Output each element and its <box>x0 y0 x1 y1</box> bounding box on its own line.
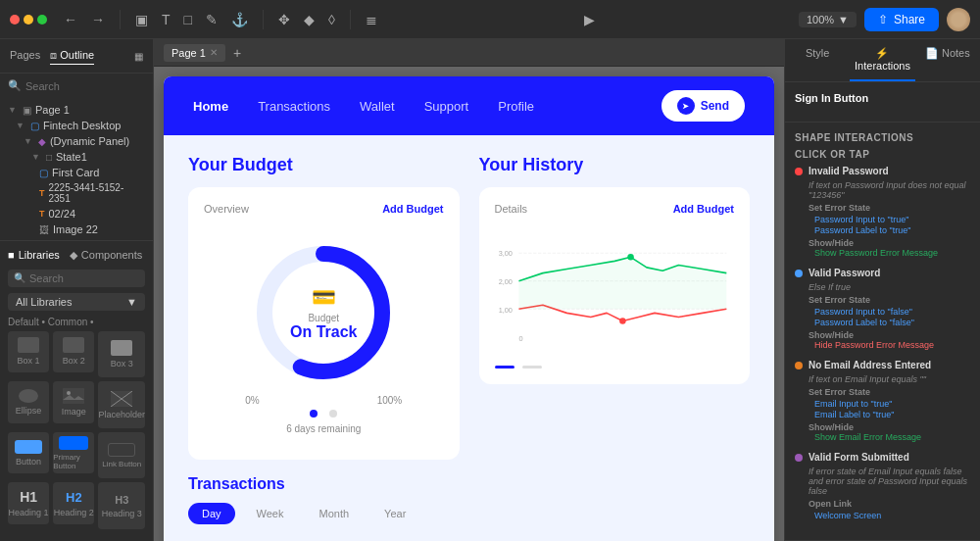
budget-title: Your Budget <box>188 155 460 175</box>
tree-label-image-1: Image 22 <box>53 223 98 235</box>
lib-item-h1[interactable]: H1 Heading 1 <box>8 482 49 523</box>
lib-item-ellipse[interactable]: Ellipse <box>8 381 49 422</box>
tree-item-page1[interactable]: ▼ ▣ Page 1 <box>0 102 153 118</box>
add-budget-button[interactable]: Add Budget <box>382 203 443 215</box>
nav-home[interactable]: Home <box>193 99 228 114</box>
window-controls <box>10 15 47 25</box>
tree-item-state1[interactable]: ▼ □ State1 <box>0 149 153 165</box>
tree-item-date-1[interactable]: T 02/24 <box>0 206 153 221</box>
align-icon[interactable]: ≣ <box>363 9 380 30</box>
play-icon[interactable]: ▶ <box>581 9 598 30</box>
tree-item-dynamic-panel[interactable]: ▼ ◆ (Dynamic Panel) <box>0 133 153 149</box>
trans-tab-month[interactable]: Month <box>305 503 363 524</box>
showhide-label-3: Show/Hide <box>808 422 970 432</box>
nav-support[interactable]: Support <box>424 99 469 114</box>
tree-item-fintech[interactable]: ▼ ▢ Fintech Desktop <box>0 118 153 133</box>
tab-style[interactable]: Style <box>785 39 850 81</box>
zoom-control[interactable]: 100% ▼ <box>799 12 857 27</box>
box2-shape <box>63 337 84 353</box>
svg-rect-0 <box>63 388 84 404</box>
sidebar-tabs: Pages ⧈ Outline <box>10 47 94 65</box>
tab-libraries[interactable]: ■ Libraries <box>8 247 60 264</box>
lib-item-placeholder[interactable]: Placeholder <box>98 381 145 428</box>
nav-wallet[interactable]: Wallet <box>360 99 395 114</box>
frame-tool-icon[interactable]: ▣ <box>132 9 151 30</box>
toolbar-center: ▶ <box>581 9 598 30</box>
lib-search-input[interactable] <box>29 272 154 284</box>
tab-components[interactable]: ◆ Components <box>70 247 142 264</box>
search-input[interactable] <box>25 80 154 92</box>
lib-item-box1[interactable]: Box 1 <box>8 331 49 372</box>
fill-icon[interactable]: ◆ <box>301 9 318 30</box>
state-icon: □ <box>46 152 52 163</box>
tab-interactions[interactable]: ⚡ Interactions <box>850 39 914 81</box>
lib-dropdown-label: All Libraries <box>16 296 72 308</box>
tree-label-dynamic-panel: (Dynamic Panel) <box>50 135 129 147</box>
interaction-dot-3 <box>795 362 803 369</box>
budget-section: Your Budget Overview Add Budget <box>188 155 460 460</box>
canvas-tab-page1[interactable]: Page 1 ✕ <box>164 44 225 62</box>
h3-label: Heading 3 <box>102 509 142 518</box>
lib-item-primary-button[interactable]: Primary Button <box>53 432 94 473</box>
interaction-condition-4: If error state of Email Input equals fal… <box>808 467 970 496</box>
tab-pages[interactable]: Pages <box>10 47 40 65</box>
transactions-title: Transactions <box>188 475 750 493</box>
tab-notes[interactable]: 📄 Notes <box>915 39 980 81</box>
history-add-budget-button[interactable]: Add Budget <box>673 203 734 215</box>
anchor-tool-icon[interactable]: ⚓ <box>228 9 251 30</box>
lib-dropdown[interactable]: All Libraries ▼ <box>8 293 145 311</box>
trans-tab-year[interactable]: Year <box>370 503 419 524</box>
page-icon: ▣ <box>23 105 31 116</box>
tab-outline[interactable]: ⧈ Outline <box>50 47 94 65</box>
image-icon: 🖼 <box>39 224 49 235</box>
tree-item-card-number-1[interactable]: T 2225-3441-5152-2351 <box>0 180 153 206</box>
primary-button-shape <box>59 436 88 450</box>
lib-item-link-button[interactable]: Link Button <box>98 432 145 479</box>
interaction-dot-4 <box>795 454 803 462</box>
lib-item-h3[interactable]: H3 Heading 3 <box>98 482 145 529</box>
lib-item-box2[interactable]: Box 2 <box>53 331 94 372</box>
action-item-3a: Email Input to "true" <box>814 399 970 409</box>
shape-tool-icon[interactable]: □ <box>181 9 195 30</box>
action-label-2: Set Error State <box>808 295 970 305</box>
tree-item-first-card-1[interactable]: ▢ First Card <box>0 165 153 180</box>
nav-profile[interactable]: Profile <box>498 99 534 114</box>
lib-item-box3[interactable]: Box 3 <box>98 331 145 378</box>
trans-tab-day[interactable]: Day <box>188 503 235 524</box>
history-card: Details Add Budget <box>479 187 751 384</box>
right-sidebar: Style ⚡ Interactions 📄 Notes Sign In But… <box>784 39 980 541</box>
stroke-icon[interactable]: ◊ <box>325 9 338 30</box>
svg-text:1,00: 1,00 <box>498 306 512 315</box>
user-avatar[interactable] <box>947 8 970 31</box>
lib-tabs: ■ Libraries ◆ Components <box>0 247 153 264</box>
maximize-button[interactable] <box>37 15 47 25</box>
scale-icon[interactable]: ✥ <box>275 9 293 30</box>
lib-item-image[interactable]: Image <box>53 381 94 422</box>
tree-label-date-1: 02/24 <box>49 208 76 220</box>
lib-item-h2[interactable]: H2 Heading 2 <box>53 482 94 523</box>
history-details-label: Details <box>495 203 528 215</box>
trans-tab-week[interactable]: Week <box>243 503 298 524</box>
action-label-4: Open Link <box>808 499 970 509</box>
interaction-dot-2 <box>795 270 803 277</box>
tree-item-image-1[interactable]: 🖼 Image 22 <box>0 221 153 237</box>
add-tab-icon[interactable]: + <box>233 45 241 61</box>
nav-transactions[interactable]: Transactions <box>258 99 330 114</box>
tree-arrow: ▼ <box>16 121 24 130</box>
sidebar-search: 🔍 ☰ <box>0 74 153 98</box>
send-button[interactable]: ➤ Send <box>662 90 745 122</box>
minimize-button[interactable] <box>24 15 33 25</box>
close-button[interactable] <box>10 15 20 25</box>
back-icon[interactable]: ← <box>61 9 80 30</box>
forward-icon[interactable]: → <box>88 9 108 30</box>
pen-tool-icon[interactable]: ✎ <box>203 9 220 30</box>
lib-item-button[interactable]: Button <box>8 432 49 473</box>
share-button[interactable]: ⇧ Share <box>864 8 939 31</box>
text-tool-icon[interactable]: T <box>159 9 173 30</box>
canvas-content[interactable]: Home Transactions Wallet Support Profile… <box>154 67 784 541</box>
showhide-item-1: Show Password Error Message <box>814 248 970 258</box>
filter-icon[interactable]: ▦ <box>134 51 143 62</box>
interaction-dot-1 <box>795 168 803 175</box>
canvas-tab-close[interactable]: ✕ <box>210 47 218 58</box>
progress-dot-inactive <box>329 410 337 418</box>
